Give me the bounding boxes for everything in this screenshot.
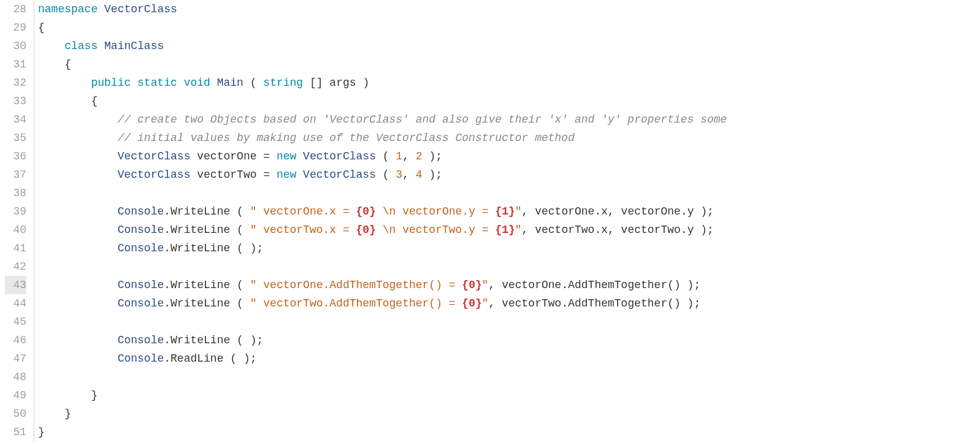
code-editor-area[interactable]: namespace VectorClass{ class MainClass {…	[34, 0, 727, 441]
line-number: 45	[5, 313, 26, 331]
line-number: 50	[5, 405, 26, 423]
token-punct: , vectorOne.x, vectorOne.y );	[522, 205, 714, 218]
token-kw: namespace	[38, 3, 98, 15]
token-punct: );	[423, 150, 442, 162]
token-punct	[38, 334, 118, 346]
token-fmt: {1}	[495, 205, 515, 218]
token-ident: vectorTwo	[197, 169, 256, 181]
token-punct: ( );	[223, 352, 256, 365]
token-punct: {	[38, 58, 71, 70]
code-line[interactable]: VectorClass vectorTwo = new VectorClass …	[38, 165, 727, 184]
token-punct	[38, 132, 118, 144]
token-kw: new	[277, 150, 296, 162]
line-number: 51	[5, 423, 26, 441]
code-line[interactable]: namespace VectorClass	[38, 0, 727, 18]
line-number: 46	[5, 331, 26, 349]
token-punct	[177, 77, 184, 89]
line-number: 47	[5, 349, 26, 368]
line-number: 29	[5, 18, 26, 37]
code-line[interactable]	[38, 368, 727, 386]
token-punct: (	[230, 205, 250, 218]
token-num: 1	[396, 150, 402, 162]
code-line[interactable]: }	[38, 386, 727, 405]
code-line[interactable]: Console.WriteLine ( " vectorOne.x = {0} …	[38, 202, 727, 221]
token-punct: (	[376, 150, 396, 162]
code-line[interactable]: Console.WriteLine ( );	[38, 239, 727, 257]
token-method: WriteLine	[170, 334, 230, 346]
token-type: Console	[118, 334, 164, 346]
token-punct	[38, 77, 91, 89]
token-method: WriteLine	[170, 279, 230, 291]
token-type: Console	[118, 242, 164, 254]
code-line[interactable]: Console.ReadLine ( );	[38, 349, 727, 368]
token-fmt: {0}	[356, 224, 376, 236]
token-punct	[296, 169, 303, 181]
token-punct	[38, 279, 118, 291]
line-number: 32	[5, 74, 26, 92]
token-punct: ( );	[230, 334, 263, 346]
token-type: VectorClass	[303, 150, 376, 162]
token-type: VectorClass	[104, 3, 177, 15]
token-comment: // create two Objects based on 'VectorCl…	[118, 113, 727, 126]
token-punct: }	[38, 408, 71, 420]
token-kw: class	[64, 40, 98, 52]
token-punct: }	[38, 426, 45, 438]
line-number: 41	[5, 239, 26, 257]
token-type: Console	[118, 352, 164, 365]
token-punct: .	[164, 224, 170, 236]
code-line[interactable]	[38, 184, 727, 202]
token-punct	[190, 169, 197, 181]
token-kw: public	[91, 77, 131, 89]
token-str: "	[515, 224, 522, 236]
line-number: 31	[5, 55, 26, 74]
token-type: MainClass	[104, 40, 164, 52]
token-punct	[38, 297, 118, 310]
token-str: " vectorOne.AddThemTogether() =	[250, 279, 462, 291]
code-line[interactable]: }	[38, 405, 727, 423]
line-number: 43	[5, 276, 26, 294]
token-type: Main	[217, 77, 243, 89]
token-comment: // initial values by making use of the V…	[118, 132, 575, 144]
line-number-gutter: 2829303132333435363738394041424344454647…	[0, 0, 34, 441]
token-punct: .	[164, 352, 170, 365]
code-line[interactable]	[38, 313, 727, 331]
line-number: 34	[5, 110, 26, 129]
code-line[interactable]: Console.WriteLine ( " vectorTwo.AddThemT…	[38, 294, 727, 313]
code-line[interactable]: VectorClass vectorOne = new VectorClass …	[38, 147, 727, 165]
token-type: Console	[118, 279, 164, 291]
token-punct: ,	[402, 169, 416, 181]
code-line[interactable]: Console.WriteLine ( " vectorTwo.x = {0} …	[38, 221, 727, 239]
token-num: 2	[416, 150, 423, 162]
token-str: " vectorTwo.AddThemTogether() =	[250, 297, 462, 310]
token-method: WriteLine	[170, 205, 230, 218]
token-method: ReadLine	[170, 352, 223, 365]
token-args: args	[329, 77, 356, 89]
token-punct	[38, 352, 118, 365]
code-line[interactable]: class MainClass	[38, 37, 727, 55]
token-punct	[131, 77, 137, 89]
code-line[interactable]: // create two Objects based on 'VectorCl…	[38, 110, 727, 129]
code-line[interactable]: {	[38, 92, 727, 110]
code-line[interactable]: {	[38, 55, 727, 74]
code-line[interactable]: {	[38, 18, 727, 37]
line-number: 33	[5, 92, 26, 110]
token-type: Console	[118, 297, 164, 310]
code-line[interactable]: }	[38, 423, 727, 441]
code-line[interactable]: public static void Main ( string [] args…	[38, 74, 727, 92]
code-line[interactable]: Console.WriteLine ( " vectorOne.AddThemT…	[38, 276, 727, 294]
token-punct: =	[256, 150, 276, 162]
token-type: VectorClass	[118, 150, 191, 162]
token-kw: static	[137, 77, 177, 89]
token-esc: \n	[383, 224, 396, 236]
line-number: 44	[5, 294, 26, 313]
code-line[interactable]: Console.WriteLine ( );	[38, 331, 727, 349]
token-punct: .	[164, 205, 170, 218]
token-punct	[38, 205, 118, 218]
code-line[interactable]: // initial values by making use of the V…	[38, 129, 727, 147]
token-punct	[98, 3, 104, 15]
token-punct: , vectorTwo.x, vectorTwo.y );	[522, 224, 714, 236]
token-str: vectorTwo.y =	[396, 224, 495, 236]
code-line[interactable]	[38, 257, 727, 276]
token-punct: []	[303, 77, 329, 89]
token-kw: new	[277, 169, 296, 181]
